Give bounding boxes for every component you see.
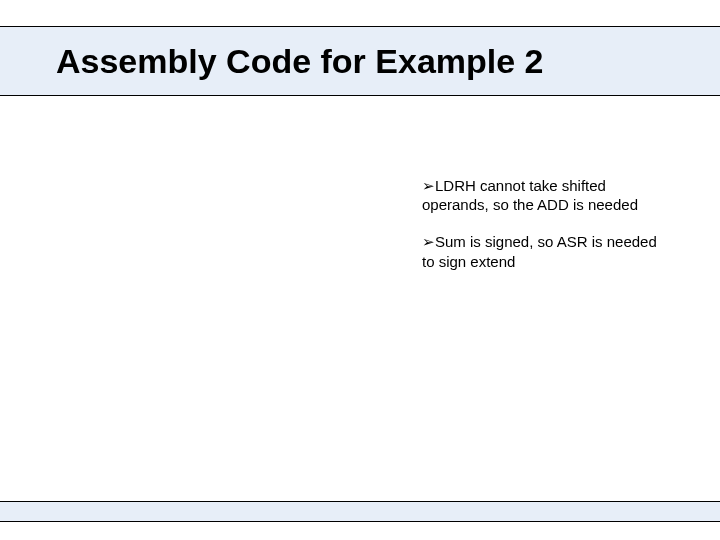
bullet-arrow-icon: ➢ bbox=[422, 233, 435, 250]
footer-band bbox=[0, 501, 720, 522]
slide: Assembly Code for Example 2 ➢LDRH cannot… bbox=[0, 0, 720, 540]
bullet-arrow-icon: ➢ bbox=[422, 177, 435, 194]
title-band: Assembly Code for Example 2 bbox=[0, 26, 720, 96]
note-text: Sum is signed, so ASR is needed to sign … bbox=[422, 233, 657, 269]
note-text: LDRH cannot take shifted operands, so th… bbox=[422, 177, 638, 213]
note-item: ➢Sum is signed, so ASR is needed to sign… bbox=[422, 232, 670, 270]
note-item: ➢LDRH cannot take shifted operands, so t… bbox=[422, 176, 670, 214]
notes-block: ➢LDRH cannot take shifted operands, so t… bbox=[422, 176, 670, 289]
slide-title: Assembly Code for Example 2 bbox=[56, 42, 544, 81]
